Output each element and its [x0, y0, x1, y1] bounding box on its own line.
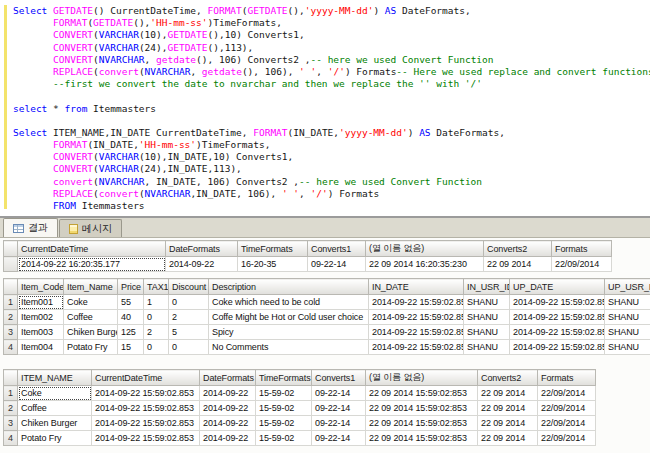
- column-header[interactable]: TimeFormats: [256, 370, 312, 386]
- grid-cell[interactable]: No Comments: [209, 340, 369, 355]
- grid-cell[interactable]: 22 09 2014: [478, 386, 538, 401]
- grid-cell[interactable]: Chiken Burger: [18, 416, 92, 431]
- grid-cell[interactable]: SHANU: [605, 295, 650, 310]
- row-header[interactable]: 1: [4, 295, 18, 310]
- grid-cell[interactable]: 22 09 2014: [478, 416, 538, 431]
- column-header[interactable]: IN_DATE: [369, 279, 464, 295]
- grid-cell[interactable]: Item002: [18, 310, 64, 325]
- grid-cell[interactable]: SHANU: [464, 325, 510, 340]
- grid-cell[interactable]: 22 09 2014: [484, 257, 552, 272]
- grid-cell[interactable]: Chiken Burger: [64, 325, 118, 340]
- grid-cell[interactable]: Spicy: [209, 325, 369, 340]
- grid-cell[interactable]: 2014-09-22 15:59:02.853: [369, 295, 464, 310]
- grid-cell[interactable]: Item001: [18, 295, 64, 310]
- column-header[interactable]: Converts2: [478, 370, 538, 386]
- grid-cell[interactable]: 0: [144, 340, 169, 355]
- grid-cell[interactable]: 22 09 2014: [478, 431, 538, 446]
- grid-cell[interactable]: 2014-09-22: [166, 257, 238, 272]
- grid-cell[interactable]: SHANU: [464, 295, 510, 310]
- grid-cell[interactable]: SHANU: [605, 310, 650, 325]
- grid-cell[interactable]: 22 09 2014: [478, 401, 538, 416]
- row-header[interactable]: 4: [4, 431, 18, 446]
- grid-cell[interactable]: 55: [118, 295, 144, 310]
- grid-cell[interactable]: 2: [169, 310, 209, 325]
- row-header[interactable]: 4: [4, 340, 18, 355]
- grid-cell[interactable]: 2014-09-22 15:59:02.853: [510, 340, 605, 355]
- grid-cell[interactable]: SHANU: [605, 340, 650, 355]
- select-all-corner[interactable]: [4, 241, 18, 257]
- column-header[interactable]: Description: [209, 279, 369, 295]
- grid-cell[interactable]: 0: [169, 295, 209, 310]
- column-header[interactable]: CurrentDateTime: [18, 241, 166, 257]
- grid-cell[interactable]: Coke: [18, 386, 92, 401]
- column-header[interactable]: DateFormats: [200, 370, 256, 386]
- row-header[interactable]: [4, 257, 18, 272]
- grid-cell[interactable]: 09-22-14: [308, 257, 366, 272]
- grid-cell[interactable]: 2014-09-22: [200, 416, 256, 431]
- column-header[interactable]: UP_USR_ID: [605, 279, 650, 295]
- grid-cell[interactable]: 22 09 2014 16:20:35:230: [366, 257, 484, 272]
- grid-cell[interactable]: 22/09/2014: [538, 416, 596, 431]
- grid-cell[interactable]: 2014-09-22 15:59:02.853: [92, 386, 200, 401]
- row-header[interactable]: 1: [4, 386, 18, 401]
- column-header[interactable]: ITEM_NAME: [18, 370, 92, 386]
- grid-cell[interactable]: 0: [144, 310, 169, 325]
- row-header[interactable]: 2: [4, 401, 18, 416]
- grid-cell[interactable]: 15-59-02: [256, 416, 312, 431]
- grid-cell[interactable]: Potato Fry: [64, 340, 118, 355]
- select-all-corner[interactable]: [4, 279, 18, 295]
- sql-editor[interactable]: Select GETDATE() CurrentDateTime, FORMAT…: [0, 0, 650, 218]
- grid-cell[interactable]: SHANU: [464, 310, 510, 325]
- grid-cell[interactable]: Coke: [64, 295, 118, 310]
- grid-cell[interactable]: 2014-09-22 16:20:35.177: [18, 257, 166, 272]
- grid-cell[interactable]: 2014-09-22 15:59:02.853: [369, 310, 464, 325]
- grid-cell[interactable]: 22/09/2014: [552, 257, 612, 272]
- grid-cell[interactable]: Item003: [18, 325, 64, 340]
- grid-cell[interactable]: Coffee: [64, 310, 118, 325]
- grid-cell[interactable]: Potato Fry: [18, 431, 92, 446]
- column-header[interactable]: Price: [118, 279, 144, 295]
- column-header[interactable]: TAX1: [144, 279, 169, 295]
- grid-cell[interactable]: 2014-09-22 15:59:02.853: [510, 310, 605, 325]
- grid-cell[interactable]: 15: [118, 340, 144, 355]
- row-header[interactable]: 2: [4, 310, 18, 325]
- grid-cell[interactable]: 2014-09-22 15:59:02.853: [510, 295, 605, 310]
- column-header[interactable]: Converts1: [308, 241, 366, 257]
- column-header[interactable]: IN_USR_ID: [464, 279, 510, 295]
- grid-cell[interactable]: SHANU: [605, 325, 650, 340]
- grid-cell[interactable]: 15-59-02: [256, 431, 312, 446]
- grid-cell[interactable]: 22 09 2014 15:59:02:853: [366, 386, 478, 401]
- grid-cell[interactable]: 2014-09-22: [200, 386, 256, 401]
- grid-cell[interactable]: 22/09/2014: [538, 386, 596, 401]
- grid-cell[interactable]: SHANU: [464, 340, 510, 355]
- grid-cell[interactable]: 2014-09-22 15:59:02.853: [92, 401, 200, 416]
- sql-code[interactable]: Select GETDATE() CurrentDateTime, FORMAT…: [13, 5, 650, 212]
- column-header[interactable]: Converts2: [484, 241, 552, 257]
- grid-cell[interactable]: 22/09/2014: [538, 401, 596, 416]
- grid-cell[interactable]: 09-22-14: [312, 416, 366, 431]
- column-header[interactable]: Item_Code: [18, 279, 64, 295]
- select-all-corner[interactable]: [4, 370, 18, 386]
- row-header[interactable]: 3: [4, 325, 18, 340]
- grid-cell[interactable]: 2014-09-22 15:59:02.853: [369, 325, 464, 340]
- column-header[interactable]: CurrentDateTime: [92, 370, 200, 386]
- column-header[interactable]: Formats: [538, 370, 596, 386]
- column-header[interactable]: Formats: [552, 241, 612, 257]
- column-header[interactable]: UP_DATE: [510, 279, 605, 295]
- grid-cell[interactable]: 22/09/2014: [538, 431, 596, 446]
- column-header[interactable]: Item_Name: [64, 279, 118, 295]
- grid-cell[interactable]: 2014-09-22 15:59:02.853: [510, 325, 605, 340]
- grid-cell[interactable]: 2014-09-22 15:59:02.853: [92, 431, 200, 446]
- grid-cell[interactable]: 22 09 2014 15:59:02:853: [366, 401, 478, 416]
- grid-cell[interactable]: 2014-09-22 15:59:02.853: [92, 416, 200, 431]
- grid-cell[interactable]: 09-22-14: [312, 386, 366, 401]
- grid-cell[interactable]: 125: [118, 325, 144, 340]
- tab-messages[interactable]: 메시지: [59, 219, 122, 237]
- row-header[interactable]: 3: [4, 416, 18, 431]
- grid-cell[interactable]: 2014-09-22: [200, 431, 256, 446]
- column-header[interactable]: TimeFormats: [238, 241, 308, 257]
- grid-cell[interactable]: Coffe Might be Hot or Cold user choice: [209, 310, 369, 325]
- grid-cell[interactable]: 2014-09-22: [200, 401, 256, 416]
- tab-results[interactable]: 결과: [3, 218, 58, 237]
- column-header[interactable]: (열 이름 없음): [366, 370, 478, 386]
